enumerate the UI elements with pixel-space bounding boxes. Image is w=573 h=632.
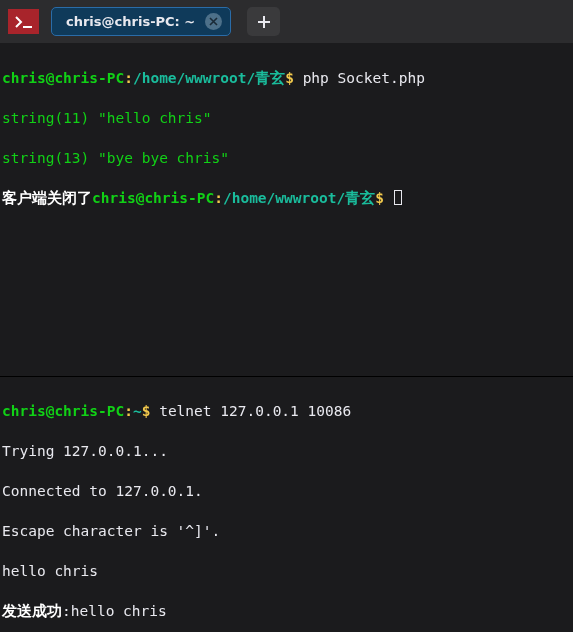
output-text: 发送成功 [2, 603, 62, 619]
command-text: telnet 127.0.0.1 10086 [159, 403, 351, 419]
app-terminal-icon [8, 9, 39, 34]
tab-active[interactable]: chris@chris-PC: ~ [51, 7, 231, 36]
output-text: 客户端关闭了 [2, 190, 92, 206]
output-line: string(13) "bye bye chris" [2, 148, 571, 168]
terminal-pane-top[interactable]: chris@chris-PC:/home/wwwroot/青玄$ php Soc… [0, 43, 573, 377]
output-line: chris@chris-PC:~$ telnet 127.0.0.1 10086 [2, 401, 571, 421]
output-line: 客户端关闭了chris@chris-PC:/home/wwwroot/青玄$ [2, 188, 571, 208]
output-line: string(11) "hello chris" [2, 108, 571, 128]
tab-title: chris@chris-PC: ~ [66, 14, 195, 29]
title-bar: chris@chris-PC: ~ [0, 0, 573, 43]
prompt-path: ~ [133, 403, 142, 419]
output-line: Connected to 127.0.0.1. [2, 481, 571, 501]
output-line: Trying 127.0.0.1... [2, 441, 571, 461]
split-panes: chris@chris-PC:/home/wwwroot/青玄$ php Soc… [0, 43, 573, 632]
prompt-sep: : [124, 403, 133, 419]
prompt-sep: : [124, 70, 133, 86]
prompt-path: /home/wwwroot/青玄 [223, 190, 375, 206]
new-tab-button[interactable] [247, 7, 280, 36]
output-line: hello chris [2, 561, 571, 581]
output-text: :hello chris [62, 603, 167, 619]
output-line: 发送成功:hello chris [2, 601, 571, 621]
output-line: Escape character is '^]'. [2, 521, 571, 541]
prompt-userhost: chris@chris-PC [2, 403, 124, 419]
command-text: php Socket.php [303, 70, 425, 86]
prompt-symbol: $ [142, 403, 159, 419]
prompt-path: /home/wwwroot/青玄 [133, 70, 285, 86]
prompt-userhost: chris@chris-PC [92, 190, 214, 206]
cursor [394, 190, 402, 205]
prompt-sep: : [214, 190, 223, 206]
output-line: chris@chris-PC:/home/wwwroot/青玄$ php Soc… [2, 68, 571, 88]
terminal-pane-bottom[interactable]: chris@chris-PC:~$ telnet 127.0.0.1 10086… [0, 377, 573, 632]
prompt-userhost: chris@chris-PC [2, 70, 124, 86]
prompt-symbol: $ [375, 190, 392, 206]
prompt-symbol: $ [285, 70, 302, 86]
close-icon[interactable] [205, 13, 222, 30]
